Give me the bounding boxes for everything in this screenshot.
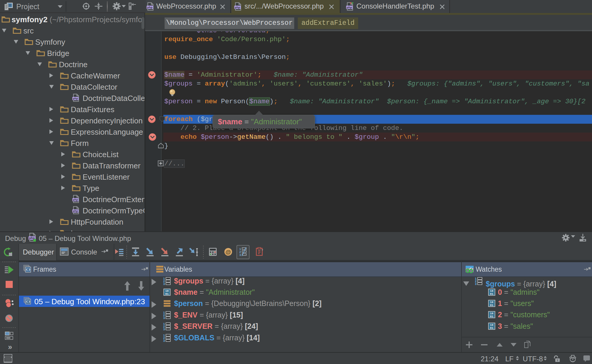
svg-text:01: 01 bbox=[490, 326, 493, 330]
svg-text:php: php bbox=[73, 210, 78, 213]
svg-text:php: php bbox=[147, 6, 152, 9]
svg-text:T: T bbox=[557, 359, 559, 362]
svg-text:01: 01 bbox=[490, 315, 493, 318]
svg-text:php: php bbox=[347, 6, 352, 9]
svg-text:3: 3 bbox=[163, 316, 165, 320]
svg-text:php: php bbox=[73, 97, 78, 100]
svg-text:01: 01 bbox=[165, 292, 169, 296]
svg-text:01: 01 bbox=[490, 292, 493, 296]
svg-text:3: 3 bbox=[163, 339, 165, 342]
svg-text:3: 3 bbox=[163, 282, 165, 286]
svg-text:php: php bbox=[73, 198, 78, 202]
svg-text:@: @ bbox=[226, 249, 231, 255]
svg-text:3: 3 bbox=[475, 282, 477, 286]
svg-text:php: php bbox=[235, 6, 240, 9]
svg-text:01: 01 bbox=[490, 304, 493, 307]
svg-text:3: 3 bbox=[163, 328, 165, 331]
svg-text:3: 3 bbox=[239, 253, 241, 257]
